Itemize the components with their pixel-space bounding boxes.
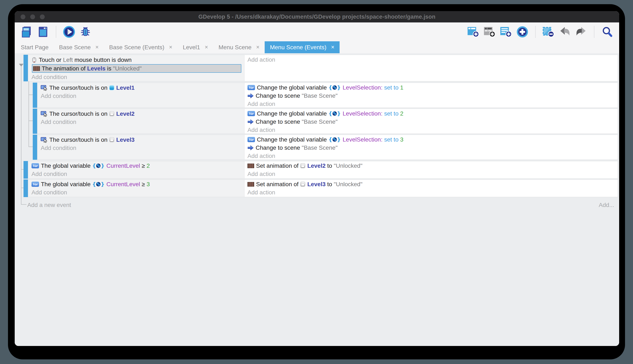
play-icon[interactable] [63,25,76,38]
close-tab-icon[interactable]: × [205,44,208,50]
add-condition-button[interactable]: Add condition [41,92,244,100]
lock-icon [109,137,114,142]
debug-icon[interactable] [79,25,92,38]
cursor-icon [41,111,48,117]
add-more-button[interactable]: Add... [599,201,614,209]
tab-base-scene[interactable]: Base Scene× [54,41,104,53]
add-circle-icon[interactable] [516,25,529,38]
toolbar-separator [535,26,536,38]
action[interactable]: Change to scene "Base Scene" [247,144,618,152]
condition[interactable]: The cursor/touch is on Level1 [41,84,244,92]
global-variable-icon: {} [329,111,341,116]
project-manager-icon[interactable] [20,25,33,38]
event-handle[interactable] [33,108,37,134]
toolbar-separator [56,26,56,38]
event-handle[interactable] [33,82,37,108]
lock-icon [109,111,114,116]
action[interactable]: VarChange the global variable {}LevelSel… [247,136,618,144]
cursor-icon [41,137,48,143]
tab-menu-scene[interactable]: Menu Scene× [213,41,265,53]
mouse-icon [32,57,37,63]
event-block: The cursor/touch is on Level3 Add condit… [37,134,618,160]
window-controls [21,11,45,22]
event-block: The cursor/touch is on Level2 Add condit… [37,108,618,134]
scene-icon [247,93,254,98]
condition[interactable]: The cursor/touch is on Level3 [41,136,244,144]
titlebar[interactable]: GDevelop 5 - /Users/dkarakay/Documents/G… [15,11,619,22]
action[interactable]: Set animation of Level2 to "Unlocked" [247,162,618,170]
variable-icon: Var [32,182,39,187]
toolbar-left-group [20,25,92,38]
add-event-icon[interactable] [467,25,480,38]
tree-line [29,146,33,147]
add-subevent-icon[interactable] [483,25,496,38]
tree-line [21,169,24,170]
add-condition-button[interactable]: Add condition [32,170,244,178]
add-action-button[interactable]: Add action [247,152,618,160]
action[interactable]: VarChange the global variable {}LevelSel… [247,84,618,92]
tab-menu-scene-events[interactable]: Menu Scene (Events)× [265,41,340,53]
tab-level1[interactable]: Level1× [178,41,213,53]
tree-line [29,94,33,95]
zoom-window-button[interactable] [40,14,45,19]
close-tab-icon[interactable]: × [331,44,334,50]
animation-icon [247,182,254,187]
condition[interactable]: Touch or Left mouse button is down [32,56,244,64]
events-sheet: Touch or Left mouse button is down The a… [15,53,619,346]
variable-icon: Var [247,85,255,90]
condition[interactable]: The cursor/touch is on Level2 [41,110,244,118]
add-new-event-button[interactable]: Add a new event [27,201,71,209]
undo-icon[interactable] [558,25,571,38]
action[interactable]: VarChange the global variable {}LevelSel… [247,110,618,118]
add-condition-button[interactable]: Add condition [41,144,244,152]
lock-icon [300,163,305,168]
close-tab-icon[interactable]: × [256,44,259,50]
close-window-button[interactable] [21,14,26,19]
tree-line [21,188,24,188]
global-variable-icon: {} [92,163,105,168]
scene-icon [247,145,254,150]
delete-event-icon[interactable] [542,25,555,38]
action[interactable]: Set animation of Level3 to "Unlocked" [247,180,618,188]
add-condition-button[interactable]: Add condition [32,73,244,81]
search-icon[interactable] [601,25,614,38]
add-action-button[interactable]: Add action [247,56,618,64]
redo-icon[interactable] [575,25,588,38]
add-condition-button[interactable]: Add condition [41,118,244,126]
tab-start-page[interactable]: Start Page [16,41,54,53]
condition[interactable]: VarThe global variable {}CurrentLevel ≥ … [32,162,244,170]
variable-icon: Var [247,111,255,116]
add-action-button[interactable]: Add action [247,170,618,178]
variable-icon: Var [247,137,255,142]
close-tab-icon[interactable]: × [95,44,99,50]
condition-selected[interactable]: The animation of Levels is "Unlocked" [32,64,241,73]
gdevelop-window: GDevelop 5 - /Users/dkarakay/Documents/G… [15,11,619,346]
minimize-window-button[interactable] [30,14,35,19]
add-comment-icon[interactable] [499,25,512,38]
add-action-button[interactable]: Add action [247,100,618,108]
add-condition-button[interactable]: Add condition [32,188,244,196]
scene-icon [247,119,254,124]
global-variable-icon: {} [329,137,341,142]
action[interactable]: Change to scene "Base Scene" [247,92,618,100]
open-project-icon[interactable] [37,25,50,38]
cursor-icon [41,85,48,91]
event-handle[interactable] [24,161,28,179]
event-handle[interactable] [24,55,28,81]
event-handle[interactable] [33,134,37,160]
event-handle[interactable] [24,180,28,197]
add-action-button[interactable]: Add action [247,126,618,134]
close-tab-icon[interactable]: × [169,44,172,50]
tree-line [29,81,29,147]
tab-base-scene-events[interactable]: Base Scene (Events)× [104,41,178,53]
animation-icon [33,66,40,71]
event-block: The cursor/touch is on Level1 Add condit… [37,82,618,108]
add-action-button[interactable]: Add action [247,188,618,196]
condition[interactable]: VarThe global variable {}CurrentLevel ≥ … [32,180,244,188]
event-block: Touch or Left mouse button is down The a… [28,55,618,81]
event-block: VarThe global variable {}CurrentLevel ≥ … [28,161,618,179]
tree-line [21,204,27,205]
level1-icon [109,85,114,90]
toolbar-right-group [467,25,614,38]
action[interactable]: Change to scene "Base Scene" [247,118,618,126]
